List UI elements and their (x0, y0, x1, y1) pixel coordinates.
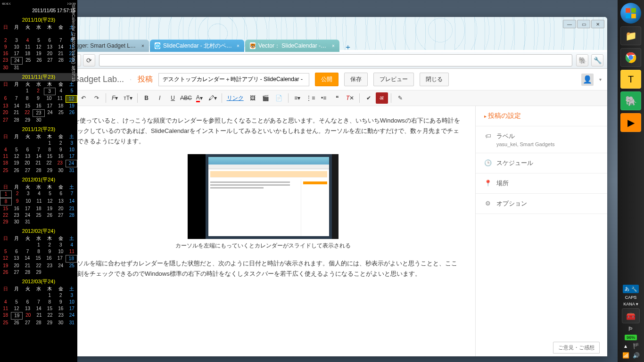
volume-icon[interactable]: 🔊 (632, 352, 640, 359)
calendar-day[interactable]: 20 (44, 50, 55, 57)
calendar-day[interactable]: 23 (0, 57, 11, 65)
calendar-day[interactable]: 28 (33, 167, 44, 174)
start-button[interactable] (620, 3, 641, 24)
calendar-day[interactable]: 1 (44, 292, 55, 299)
calendar-day[interactable]: 7 (11, 95, 22, 103)
calendar-day[interactable]: 19 (11, 312, 23, 320)
inserted-image-block[interactable]: カーソルを左端にもっていくとカレンダーがスライドして表示される (65, 154, 461, 250)
feedback-button[interactable]: ご意見・ご感想 (553, 342, 600, 354)
calendar-day[interactable]: 6 (56, 190, 66, 198)
calendar-day[interactable]: 14 (22, 255, 33, 263)
calendar-day[interactable]: 13 (11, 255, 22, 263)
calendar-day[interactable]: 25 (33, 212, 44, 219)
calendar-day[interactable]: 27 (55, 212, 66, 219)
calendar-day[interactable]: 30 (55, 167, 66, 174)
calendar-day[interactable]: 20 (55, 206, 66, 212)
calendar-day[interactable]: 6 (22, 299, 33, 305)
calendar-day[interactable]: 25 (0, 167, 11, 174)
user-menu-caret-icon[interactable]: ▾ (599, 77, 602, 82)
calendar-day[interactable]: 27 (22, 167, 33, 174)
calendar-day[interactable]: 5 (45, 190, 56, 198)
calendar-day[interactable]: 23 (11, 212, 22, 219)
calendar-day[interactable]: 9 (55, 299, 66, 305)
sidebar-item-options[interactable]: ⚙ オプション (476, 194, 607, 214)
calendar-day[interactable]: 27 (0, 117, 11, 123)
calendar-day[interactable]: 24 (55, 263, 66, 269)
calendar-day[interactable]: 16 (55, 305, 66, 312)
tab-slidecalendar[interactable]: 🌐 SlideCalendar - 北村のペ… × (150, 40, 244, 52)
calendar-day[interactable]: 17 (22, 206, 33, 212)
calendar-day[interactable]: 25 (56, 109, 66, 117)
calendar-day[interactable]: 26 (0, 269, 11, 276)
calendar-day[interactable]: 8 (44, 299, 55, 305)
chrome-taskbar-icon[interactable] (620, 48, 641, 67)
calendar-day[interactable]: 8 (0, 198, 12, 206)
calendar-day[interactable]: 21 (66, 206, 77, 212)
calendar-day[interactable]: 10 (23, 198, 33, 206)
highlight-button[interactable]: 🖍▾ (206, 92, 219, 104)
tab-close-icon[interactable]: × (235, 42, 241, 49)
calendar-day[interactable]: 8 (33, 248, 44, 255)
url-input[interactable] (99, 54, 572, 66)
calendar-day[interactable]: 18 (0, 312, 11, 320)
calendar-day[interactable]: 11 (66, 248, 77, 255)
text-color-button[interactable]: A▾ (193, 92, 206, 104)
calendar-day[interactable]: 24 (45, 109, 56, 117)
calendar-day[interactable]: 13 (56, 198, 66, 206)
calendar-day[interactable]: 5 (33, 37, 44, 44)
jump-break-button[interactable]: 📄 (273, 92, 285, 104)
calendar-day[interactable]: 23 (33, 109, 44, 117)
calendar-day[interactable]: 17 (66, 305, 77, 312)
calendar-day[interactable]: 4 (56, 88, 66, 95)
calendar-day[interactable]: 9 (44, 248, 55, 255)
font-size-button[interactable]: тT▾ (122, 92, 134, 104)
remove-format-button[interactable]: T✕ (344, 92, 356, 104)
calendar-day[interactable]: 15 (44, 305, 55, 312)
calendar-day[interactable]: 24 (66, 312, 77, 320)
calendar-day[interactable]: 18 (33, 206, 44, 212)
calendar-day[interactable]: 31 (66, 320, 77, 326)
calendar-day[interactable]: 15 (0, 206, 11, 212)
calendar-day[interactable]: 29 (0, 219, 11, 225)
image-button[interactable]: 🖼 (247, 92, 259, 104)
calendar-day[interactable]: 2 (12, 190, 23, 198)
calendar-day[interactable]: 10 (11, 44, 22, 50)
spellcheck-button[interactable]: ✔ (363, 92, 375, 104)
calendar-day[interactable]: 4 (66, 242, 77, 248)
calendar-day[interactable]: 3 (44, 88, 56, 95)
calendar-day[interactable]: 22 (33, 263, 44, 269)
calendar-day[interactable]: 17 (55, 255, 66, 263)
calendar-day[interactable]: 30 (11, 219, 22, 225)
calendar-day[interactable]: 11 (33, 198, 44, 206)
calendar-day[interactable]: 4 (0, 147, 11, 153)
tab-vector[interactable]: 🐯 Vector： SlideCalendar -… × (245, 40, 339, 52)
calendar-day[interactable]: 13 (44, 44, 55, 50)
calendar-day[interactable]: 23 (44, 263, 55, 269)
tray-up-icon[interactable]: ▴ (622, 342, 629, 350)
close-editor-button[interactable]: 閉じる (420, 73, 449, 86)
calendar-day[interactable]: 9 (33, 95, 43, 103)
calendar-day[interactable]: 2 (55, 140, 66, 147)
calendar-day[interactable]: 6 (22, 147, 33, 153)
wrench-menu-icon[interactable]: 🔧 (591, 54, 603, 66)
maximize-button[interactable]: ▭ (577, 20, 590, 28)
calendar-day[interactable]: 16 (0, 50, 11, 57)
calendar-day[interactable]: 15 (44, 153, 55, 160)
calendar-day[interactable]: 14 (55, 44, 66, 50)
calendar-day[interactable]: 7 (33, 299, 44, 305)
calendar-day[interactable]: 29 (22, 117, 33, 123)
calendar-day[interactable]: 23 (56, 312, 66, 320)
calendar-day[interactable]: 13 (0, 103, 11, 109)
calendar-day[interactable]: 28 (22, 269, 33, 276)
transliteration-button[interactable]: अ (376, 92, 388, 104)
calendar-day[interactable]: 16 (11, 206, 22, 212)
calendar-day[interactable]: 19 (11, 160, 22, 167)
calendar-day[interactable]: 12 (0, 255, 11, 263)
calendar-day[interactable]: 11 (22, 44, 33, 50)
calendar-day[interactable]: 9 (12, 198, 23, 206)
calendar-day[interactable]: 9 (55, 147, 66, 153)
calendar-day[interactable]: 8 (44, 147, 55, 153)
calendar-day[interactable]: 31 (11, 65, 22, 71)
calendar-day[interactable]: 2 (33, 88, 43, 95)
calendar-day[interactable]: 21 (55, 50, 66, 57)
